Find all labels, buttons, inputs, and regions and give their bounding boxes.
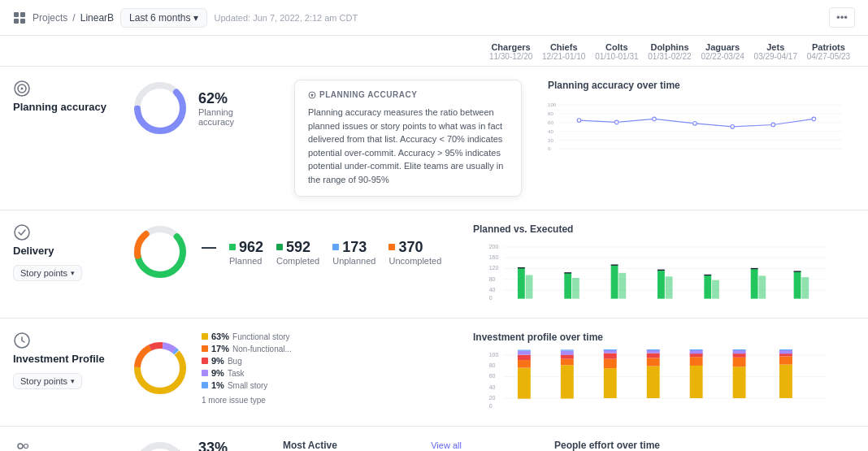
stat-pct: 17%	[211, 344, 229, 353]
svg-rect-2	[14, 19, 19, 24]
planning-chart-title: Planning accuracy over time	[548, 80, 842, 91]
svg-rect-74	[561, 359, 574, 366]
planning-accuracy-label: Planning accuracy	[198, 107, 268, 127]
bar	[712, 280, 719, 299]
delivery-completed-value: 592	[286, 239, 310, 256]
delivery-dropdown[interactable]: Story points ▾	[13, 265, 82, 281]
svg-rect-94	[733, 358, 746, 366]
projects-link[interactable]: Projects	[33, 12, 67, 24]
bar	[704, 275, 711, 298]
investment-bars-s1	[518, 350, 531, 399]
svg-text:160: 160	[489, 254, 499, 260]
investment-donut	[132, 340, 189, 397]
delivery-unplanned-stat: 173 Unplanned	[332, 239, 375, 266]
more-options-button[interactable]: •••	[829, 7, 855, 28]
investment-stat-item: 17%Non-functional...	[202, 344, 292, 353]
svg-point-25	[653, 117, 657, 121]
delivery-planned-label: Planned	[229, 256, 263, 266]
people-summary: 33% of the team 13 People Avg per iterat…	[119, 440, 541, 451]
delivery-dash-stat: —	[202, 239, 216, 266]
svg-text:80: 80	[489, 362, 496, 368]
time-range-label: Last 6 months	[129, 12, 190, 24]
stat-pct: 1%	[211, 380, 224, 390]
svg-rect-99	[779, 356, 792, 364]
stat-label: Non-functional...	[232, 345, 292, 353]
header: Projects / LinearB Last 6 months ▾ Updat…	[0, 0, 868, 36]
delivery-stats: — 962 Planned 592 Comp	[202, 239, 441, 266]
uncompleted-dot	[388, 244, 395, 250]
svg-rect-73	[561, 365, 574, 398]
planning-accuracy-info-box: PLANNING ACCURACY Planning accuracy meas…	[294, 80, 522, 197]
svg-point-103	[18, 444, 23, 449]
stat-pct: 63%	[211, 332, 229, 341]
stat-pct: 9%	[211, 356, 224, 366]
bar	[564, 273, 571, 299]
svg-rect-97	[733, 349, 746, 350]
svg-rect-85	[647, 353, 660, 358]
svg-text:40: 40	[548, 128, 553, 134]
bar	[758, 275, 766, 298]
planned-dot	[229, 244, 236, 250]
planning-accuracy-donut	[132, 80, 189, 137]
sprint-name: Chargers	[484, 42, 537, 52]
planning-accuracy-title: Planning accuracy	[13, 101, 106, 113]
investment-stat-item: 1%Small story	[202, 380, 292, 390]
svg-rect-3	[20, 19, 25, 24]
sprint-name: Jaguars	[697, 42, 749, 52]
bar	[618, 273, 626, 299]
target-icon	[13, 80, 31, 98]
sprint-dates: 01/31-02/22	[643, 52, 696, 61]
updated-text: Updated: Jun 7, 2022, 2:12 am CDT	[214, 13, 358, 23]
svg-rect-76	[561, 351, 574, 355]
sprint-name: Chiefs	[537, 42, 590, 52]
sprint-dates: 04/27-05/23	[802, 52, 855, 61]
svg-text:80: 80	[489, 276, 496, 282]
sprint-dates: 03/29-04/17	[749, 52, 802, 61]
info-box-title: PLANNING ACCURACY	[308, 90, 508, 99]
svg-rect-83	[647, 366, 660, 398]
view-all-link[interactable]: View all	[431, 440, 462, 450]
investment-bars-s2	[561, 349, 574, 398]
sprint-headers: Chargers11/30-12/20Chiefs12/21-01/10Colt…	[0, 36, 868, 67]
svg-rect-88	[690, 366, 703, 398]
planning-accuracy-value: 62%	[198, 90, 268, 107]
investment-stat-item: 9%Task	[202, 368, 292, 378]
svg-rect-75	[561, 354, 574, 358]
investment-stat-item: 9%Bug	[202, 356, 292, 366]
sprint-columns: Chargers11/30-12/20Chiefs12/21-01/10Colt…	[484, 42, 855, 61]
sprint-spacer	[13, 42, 484, 61]
svg-text:100: 100	[489, 352, 499, 358]
delivery-dash-value: —	[202, 239, 216, 256]
stat-color-dot	[202, 333, 208, 340]
svg-rect-80	[604, 353, 617, 359]
planning-accuracy-section: Planning accuracy 62% Planning accuracy	[0, 67, 868, 210]
chevron-down-icon: ▾	[71, 269, 75, 277]
svg-rect-70	[518, 355, 531, 360]
svg-text:20: 20	[489, 395, 496, 401]
time-range-selector[interactable]: Last 6 months ▾	[120, 8, 207, 28]
svg-rect-102	[779, 349, 792, 350]
svg-text:60: 60	[548, 119, 553, 125]
investment-dropdown[interactable]: Story points ▾	[13, 373, 82, 389]
delivery-donut	[132, 223, 189, 280]
people-chart-title: People effort over time	[554, 440, 842, 451]
svg-rect-71	[518, 351, 531, 355]
delivery-summary: — 962 Planned 592 Comp	[119, 223, 460, 280]
stat-color-dot	[202, 358, 208, 364]
sprint-name: Dolphins	[643, 42, 696, 52]
stat-label: Task	[228, 369, 245, 378]
most-active-section: Most Active View all NH Noam Hofshi 7 it…	[283, 440, 462, 451]
svg-point-28	[771, 123, 775, 127]
grid-icon	[13, 11, 26, 24]
svg-point-24	[614, 120, 618, 124]
svg-rect-1	[20, 12, 25, 17]
svg-text:40: 40	[489, 287, 496, 293]
investment-chart: Investment profile over time 100 80 60 4…	[460, 332, 855, 413]
svg-rect-98	[779, 365, 792, 398]
svg-rect-89	[690, 357, 703, 366]
sprint-header: Chiefs12/21-01/10	[537, 42, 590, 61]
info-box-description: Planning accuracy measures the ratio bet…	[308, 106, 508, 186]
bar	[658, 270, 665, 298]
svg-rect-69	[518, 360, 531, 368]
planning-line-chart: 100 80 60 40 20 0	[548, 98, 842, 163]
